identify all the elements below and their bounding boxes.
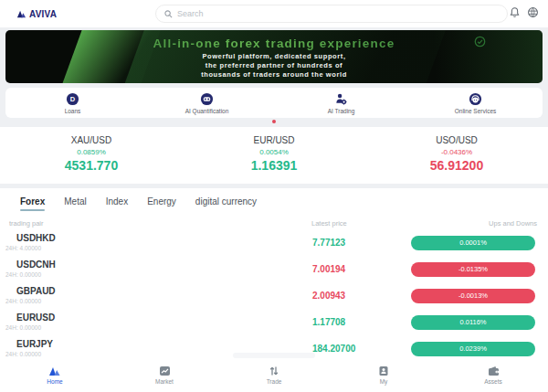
row-price: 1.17708 xyxy=(312,317,345,327)
bottom-navigation: Home Market Trade My Assets xyxy=(0,358,548,392)
column-header-latest-price: Latest price xyxy=(311,219,347,228)
row-price: 7.00194 xyxy=(312,264,345,274)
ticker-change: -0.0436% xyxy=(365,148,548,156)
tab-metal[interactable]: Metal xyxy=(64,196,86,213)
row-price: 7.77123 xyxy=(312,238,345,248)
banner-subtitle-line1: Powerful platform, dedicated support, xyxy=(5,52,543,61)
ticker-change: 0.0054% xyxy=(183,148,365,156)
aviva-logo-icon xyxy=(16,9,26,19)
nav-label: Market xyxy=(155,378,174,385)
change-badge: 0.0001% xyxy=(411,236,535,250)
row-pair: GBPAUD xyxy=(16,286,56,296)
row-24h-volume: 24H: 0.00000 xyxy=(5,324,41,331)
nav-label: Assets xyxy=(484,378,502,385)
quick-link-label: AI Quantification xyxy=(185,108,229,114)
row-pair: EURJPY xyxy=(16,339,53,349)
ticker-eurusd[interactable]: EUR/USD 0.0054% 1.16391 xyxy=(183,135,365,173)
nav-label: Trade xyxy=(267,378,282,385)
table-row-usdhkd[interactable]: USDHKD 24H: 4.00000 7.77123 0.0001% xyxy=(0,230,548,257)
change-badge: -0.0135% xyxy=(411,262,535,277)
quick-links-card: D Loans AI Quantification AI Trading Onl… xyxy=(5,88,543,118)
nav-label: Home xyxy=(47,378,62,385)
search-input[interactable]: Search xyxy=(155,5,508,23)
column-header-trading-pair: trading pair xyxy=(9,219,44,228)
tab-forex[interactable]: Forex xyxy=(20,196,45,213)
row-price: 2.00943 xyxy=(312,291,345,301)
change-badge: -0.0013% xyxy=(411,289,535,303)
home-logo-icon xyxy=(48,366,61,376)
table-row-gbpaud[interactable]: GBPAUD 24H: 0.00000 2.00943 -0.0013% xyxy=(0,283,548,310)
trade-arrows-icon xyxy=(269,366,279,376)
person-gear-icon xyxy=(334,92,348,106)
brand-logo: AVIVA xyxy=(16,9,57,19)
tab-index[interactable]: Index xyxy=(106,196,128,213)
market-tabs: Forex Metal Index Energy digital currenc… xyxy=(0,196,548,213)
search-icon xyxy=(164,10,173,18)
ticker-change: 0.0859% xyxy=(0,148,183,156)
ticker-pair: USO/USD xyxy=(365,135,548,145)
nav-item-assets[interactable]: Assets xyxy=(438,366,548,385)
ticker-price: 56.91200 xyxy=(365,158,548,173)
quick-link-loans[interactable]: D Loans xyxy=(5,92,140,114)
ticker-price: 4531.770 xyxy=(0,158,183,173)
ticker-pair: EUR/USD xyxy=(183,135,365,145)
brand-name: AVIVA xyxy=(29,9,57,19)
svg-text:D: D xyxy=(70,95,76,103)
nav-item-trade[interactable]: Trade xyxy=(219,366,329,385)
table-row-usdcnh[interactable]: USDCNH 24H: 0.00000 7.00194 -0.0135% xyxy=(0,257,548,283)
column-header-ups-and-downs: Ups and Downs xyxy=(489,219,537,228)
language-globe-icon[interactable] xyxy=(527,6,539,18)
carousel-indicator xyxy=(0,118,548,125)
nav-item-market[interactable]: Market xyxy=(110,366,219,385)
row-24h-volume: 24H: 0.00000 xyxy=(5,351,41,357)
market-rows: USDHKD 24H: 4.00000 7.77123 0.0001% USDC… xyxy=(0,230,548,363)
table-header: trading pair Latest price Ups and Downs xyxy=(0,217,548,230)
market-chart-icon xyxy=(159,366,171,376)
quick-link-online-services[interactable]: Online Services xyxy=(408,92,543,114)
table-row-eurusd[interactable]: EURUSD 24H: 0.00000 1.17708 0.0116% xyxy=(0,310,548,336)
row-pair: EURUSD xyxy=(16,313,55,323)
row-24h-volume: 24H: 0.00000 xyxy=(5,298,41,304)
nav-label: My xyxy=(380,378,388,385)
nav-item-my[interactable]: My xyxy=(329,366,438,385)
top-bar: AVIVA Search xyxy=(0,0,548,27)
quick-link-label: Loans xyxy=(65,108,81,114)
ticker-xauusd[interactable]: XAU/USD 0.0859% 4531.770 xyxy=(0,135,183,173)
change-badge: 0.0239% xyxy=(411,342,535,356)
quick-link-ai-quantification[interactable]: AI Quantification xyxy=(140,92,274,114)
quick-link-label: AI Trading xyxy=(328,108,355,114)
quick-link-ai-trading[interactable]: AI Trading xyxy=(274,92,408,114)
headset-agent-icon xyxy=(469,92,482,106)
row-pair: USDHKD xyxy=(16,233,56,243)
my-card-icon xyxy=(378,366,389,376)
banner-subtitle: Powerful platform, dedicated support, th… xyxy=(5,52,543,79)
change-badge: 0.0116% xyxy=(411,315,535,330)
robot-icon xyxy=(200,92,214,106)
carousel-dot[interactable] xyxy=(272,120,276,123)
row-price: 184.20700 xyxy=(312,344,355,354)
banner-title: All-in-one forex trading experience xyxy=(5,37,543,50)
market-section: Forex Metal Index Energy digital currenc… xyxy=(0,188,548,366)
loans-coin-icon: D xyxy=(66,92,79,106)
search-placeholder: Search xyxy=(177,9,204,18)
ticker-price: 1.16391 xyxy=(183,158,365,173)
row-24h-volume: 24H: 4.00000 xyxy=(5,245,41,251)
promo-banner[interactable]: All-in-one forex trading experience Powe… xyxy=(5,30,543,83)
assets-wallet-icon xyxy=(488,366,500,376)
banner-subtitle-line2: the preferred partner of hundreds of xyxy=(5,61,543,70)
ticker-usousd[interactable]: USO/USD -0.0436% 56.91200 xyxy=(365,135,548,173)
row-pair: USDCNH xyxy=(16,260,56,270)
notification-bell-icon[interactable] xyxy=(509,6,521,18)
row-24h-volume: 24H: 0.00000 xyxy=(5,271,41,278)
ticker-strip: XAU/USD 0.0859% 4531.770 EUR/USD 0.0054%… xyxy=(0,127,548,184)
quick-link-label: Online Services xyxy=(455,108,497,114)
tab-digital-currency[interactable]: digital currency xyxy=(195,196,257,213)
banner-subtitle-line3: thousands of traders around the world xyxy=(5,70,543,79)
ticker-pair: XAU/USD xyxy=(0,135,183,145)
tab-energy[interactable]: Energy xyxy=(147,196,176,213)
nav-item-home[interactable]: Home xyxy=(0,366,110,385)
